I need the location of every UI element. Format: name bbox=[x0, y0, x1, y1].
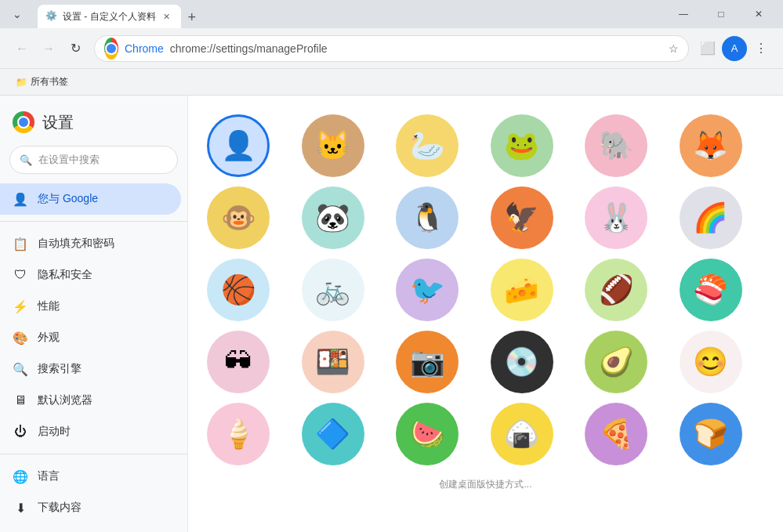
all-bookmarks-label: 所有书签 bbox=[31, 75, 68, 89]
sidebar-item-browser[interactable]: 🖥 默认浏览器 bbox=[0, 385, 181, 416]
sidebar-icon-language: 🌐 bbox=[13, 469, 28, 484]
sidebar-item-search[interactable]: 🔍 搜索引擎 bbox=[0, 353, 181, 385]
avatar-avocado[interactable]: 🥑 bbox=[585, 331, 647, 393]
tab-strip: ⚙️ 设置 - 自定义个人资料 ✕ + bbox=[38, 0, 659, 28]
sidebar-item-downloads[interactable]: ⬇ 下载内容 bbox=[0, 492, 181, 523]
sidebar-label-you-google: 您与 Google bbox=[38, 192, 98, 206]
forward-button[interactable]: → bbox=[36, 36, 61, 61]
bookmark-star-icon[interactable]: ☆ bbox=[669, 42, 679, 55]
avatar-icecream[interactable]: 🍦 bbox=[207, 403, 270, 465]
sidebar-icon-privacy: 🛡 bbox=[13, 267, 28, 283]
sidebar-label-performance: 性能 bbox=[38, 299, 60, 313]
sidebar-icon-search: 🔍 bbox=[13, 361, 28, 377]
sidebar-label-appearance: 外观 bbox=[38, 331, 60, 345]
sidebar-header: 设置 bbox=[0, 96, 187, 146]
avatar-rabbit[interactable]: 🐰 bbox=[585, 186, 647, 249]
avatar-sunglasses[interactable]: 🕶 bbox=[207, 331, 270, 393]
all-bookmarks[interactable]: 📁 所有书签 bbox=[9, 72, 74, 92]
avatar-user[interactable]: 👤 bbox=[207, 114, 270, 177]
close-button[interactable]: ✕ bbox=[741, 3, 777, 25]
tab-close-button[interactable]: ✕ bbox=[161, 10, 173, 23]
main-layout: 设置 🔍 在设置中搜索 👤 您与 Google 📋 自动填充和密码 🛡 隐私和安… bbox=[0, 96, 783, 532]
avatar-cheese[interactable]: 🧀 bbox=[491, 259, 553, 321]
sidebar-item-appearance[interactable]: 🎨 外观 bbox=[0, 322, 181, 353]
sidebar-label-search: 搜索引擎 bbox=[38, 362, 82, 376]
settings-logo bbox=[13, 111, 34, 133]
maximize-button[interactable]: □ bbox=[703, 3, 739, 25]
avatar-elephant[interactable]: 🐘 bbox=[585, 114, 647, 177]
avatar-camera[interactable]: 📷 bbox=[396, 331, 459, 393]
avatar-penguin[interactable]: 🐧 bbox=[396, 186, 459, 249]
sidebar-label-downloads: 下载内容 bbox=[38, 501, 82, 515]
avatar-face[interactable]: 😊 bbox=[680, 331, 742, 393]
sidebar-icon-appearance: 🎨 bbox=[13, 330, 28, 346]
menu-button[interactable]: ⋮ bbox=[749, 36, 774, 61]
settings-title: 设置 bbox=[42, 112, 74, 133]
avatar-monkey[interactable]: 🐵 bbox=[207, 186, 270, 249]
avatar-sushi[interactable]: 🍱 bbox=[302, 331, 364, 393]
profile-button[interactable]: A bbox=[722, 36, 747, 61]
avatar-football[interactable]: 🏈 bbox=[585, 259, 647, 321]
avatar-fox[interactable]: 🦊 bbox=[680, 114, 742, 177]
bookmarks-bar: 📁 所有书签 bbox=[0, 69, 783, 96]
search-placeholder: 在设置中搜索 bbox=[38, 153, 100, 167]
address-bar-actions: ⬜ A ⋮ bbox=[695, 36, 774, 61]
avatar-origami-bird[interactable]: 🦅 bbox=[491, 186, 553, 249]
avatar-pizza[interactable]: 🍕 bbox=[585, 403, 647, 465]
tab-favicon: ⚙️ bbox=[45, 10, 58, 23]
avatar-toast[interactable]: 🍞 bbox=[680, 403, 742, 465]
sidebar-icon-startup: ⏻ bbox=[13, 424, 28, 440]
title-bar: ⌄ ⚙️ 设置 - 自定义个人资料 ✕ + — □ ✕ bbox=[0, 0, 783, 28]
avatar-robin[interactable]: 🐦 bbox=[396, 259, 459, 321]
avatar-sushi-plate[interactable]: 🍣 bbox=[680, 259, 742, 321]
avatar-rice-ball[interactable]: 🍙 bbox=[491, 403, 553, 465]
avatar-cat[interactable]: 🐱 bbox=[302, 114, 364, 177]
sidebar-icon-autofill: 📋 bbox=[13, 236, 28, 252]
sidebar-item-autofill[interactable]: 📋 自动填充和密码 bbox=[0, 228, 181, 259]
avatar-watermelon[interactable]: 🍉 bbox=[396, 403, 459, 465]
bottom-hint: 创建桌面版快捷方式... bbox=[207, 472, 764, 498]
url-bar[interactable]: Chrome chrome://settings/manageProfile ☆ bbox=[94, 35, 689, 62]
settings-search[interactable]: 🔍 在设置中搜索 bbox=[9, 146, 178, 174]
avatar-shape[interactable]: 🔷 bbox=[302, 403, 364, 465]
sidebar-label-browser: 默认浏览器 bbox=[38, 393, 92, 407]
minimize-button[interactable]: — bbox=[665, 3, 701, 25]
sidebar-icon-performance: ⚡ bbox=[13, 299, 28, 314]
sidebar-item-privacy[interactable]: 🛡 隐私和安全 bbox=[0, 259, 181, 291]
folder-icon: 📁 bbox=[16, 77, 27, 88]
navigation-buttons: ← → ↻ bbox=[9, 36, 88, 61]
sidebar-label-startup: 启动时 bbox=[38, 425, 71, 439]
content-area: 👤🐱🦢🐸🐘🦊🐵🐼🐧🦅🐰🌈🏀🚲🐦🧀🏈🍣🕶🍱📷💿🥑😊🍦🔷🍉🍙🍕🍞 创建桌面版快捷方式… bbox=[188, 96, 783, 532]
avatar-grid: 👤🐱🦢🐸🐘🦊🐵🐼🐧🦅🐰🌈🏀🚲🐦🧀🏈🍣🕶🍱📷💿🥑😊🍦🔷🍉🍙🍕🍞 bbox=[207, 108, 764, 472]
search-icon: 🔍 bbox=[20, 154, 32, 166]
split-screen-button[interactable]: ⬜ bbox=[695, 36, 720, 61]
sidebar-item-accessibility[interactable]: ♿ 无障碍 bbox=[0, 523, 181, 532]
new-tab-button[interactable]: + bbox=[181, 6, 203, 28]
sidebar-label-language: 语言 bbox=[38, 469, 60, 483]
avatar-rainbow[interactable]: 🌈 bbox=[680, 186, 742, 249]
sidebar-icon-browser: 🖥 bbox=[13, 393, 28, 408]
sidebar-item-language[interactable]: 🌐 语言 bbox=[0, 461, 181, 492]
sidebar-label-autofill: 自动填充和密码 bbox=[38, 237, 114, 251]
active-tab[interactable]: ⚙️ 设置 - 自定义个人资料 ✕ bbox=[38, 5, 181, 28]
url-text: chrome://settings/manageProfile bbox=[170, 42, 328, 55]
window-controls-left: ⌄ bbox=[6, 3, 28, 25]
sidebar-item-startup[interactable]: ⏻ 启动时 bbox=[0, 416, 181, 447]
sidebar-icon-downloads: ⬇ bbox=[13, 500, 28, 516]
tab-label: 设置 - 自定义个人资料 bbox=[63, 10, 156, 24]
avatar-bike[interactable]: 🚲 bbox=[302, 259, 364, 321]
avatar-panda[interactable]: 🐼 bbox=[302, 186, 364, 249]
avatar-crane[interactable]: 🦢 bbox=[396, 114, 459, 177]
reload-button[interactable]: ↻ bbox=[63, 36, 88, 61]
sidebar: 设置 🔍 在设置中搜索 👤 您与 Google 📋 自动填充和密码 🛡 隐私和安… bbox=[0, 96, 188, 532]
sidebar-label-privacy: 隐私和安全 bbox=[38, 268, 92, 282]
avatar-vinyl[interactable]: 💿 bbox=[491, 331, 553, 393]
chrome-logo-icon bbox=[104, 42, 118, 56]
back-button[interactable]: ← bbox=[9, 36, 34, 61]
avatar-basketball[interactable]: 🏀 bbox=[207, 259, 270, 321]
avatar-frog[interactable]: 🐸 bbox=[491, 114, 553, 177]
sidebar-item-you-google[interactable]: 👤 您与 Google bbox=[0, 183, 181, 215]
tab-overview-button[interactable]: ⌄ bbox=[6, 3, 28, 25]
address-bar: ← → ↻ Chrome chrome://settings/managePro… bbox=[0, 28, 783, 69]
sidebar-item-performance[interactable]: ⚡ 性能 bbox=[0, 291, 181, 322]
